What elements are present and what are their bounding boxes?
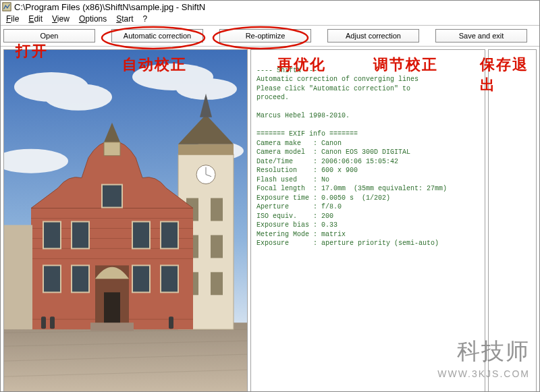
info-banner: ---- ShiftN ----: [256, 67, 321, 74]
exif-row: Flash used : No: [256, 176, 329, 184]
svg-rect-38: [161, 222, 178, 249]
exif-row: Resolution : 600 x 900: [256, 167, 358, 174]
exif-row: Date/Time : 2006:06:06 15:05:42: [256, 158, 398, 165]
menu-start[interactable]: Start: [112, 13, 137, 24]
reoptimize-button[interactable]: Re-optimize: [219, 29, 311, 43]
save-exit-button[interactable]: Save and exit: [435, 29, 527, 43]
menu-options[interactable]: Options: [75, 13, 111, 24]
svg-rect-43: [102, 185, 122, 208]
exif-row: Focal length : 17.0mm (35mm equivalent: …: [256, 185, 447, 192]
svg-rect-45: [104, 292, 120, 326]
info-line: Please click "Automatic correction" to: [256, 85, 410, 92]
svg-rect-39: [43, 265, 61, 292]
open-button[interactable]: Open: [3, 29, 95, 43]
app-icon: [2, 2, 11, 11]
exif-row: Exposure bias : 0.33: [256, 221, 338, 229]
svg-rect-42: [161, 265, 178, 292]
window-title: C:\Program Files (x86)\ShiftN\sample.jpg…: [14, 2, 205, 12]
content-area: ---- ShiftN ---- Automatic correction of…: [1, 47, 539, 392]
menu-view[interactable]: View: [48, 13, 74, 24]
sample-photo: [4, 50, 247, 392]
exif-row: Exposure time : 0.0050 s (1/202): [256, 194, 390, 202]
svg-rect-14: [178, 144, 234, 155]
exif-header: ======= EXIF info =======: [256, 130, 358, 138]
toolbar: Open Automatic correction Re-optimize Ad…: [1, 25, 539, 47]
info-pane: ---- ShiftN ---- Automatic correction of…: [250, 49, 485, 392]
svg-rect-8: [4, 323, 247, 392]
exif-row: Camera model : Canon EOS 300D DIGITAL: [256, 148, 410, 156]
exif-row: Aperture : f/8.0: [256, 203, 342, 211]
svg-rect-36: [72, 222, 89, 249]
svg-rect-47: [41, 316, 46, 329]
svg-rect-40: [72, 265, 89, 292]
svg-rect-35: [43, 222, 61, 249]
info-line: proceed.: [256, 94, 289, 101]
svg-rect-50: [4, 225, 32, 329]
auto-correction-button[interactable]: Automatic correction: [111, 29, 203, 43]
svg-rect-25: [211, 272, 223, 295]
image-pane: [3, 49, 248, 392]
svg-rect-48: [50, 316, 55, 329]
info-line: Automatic correction of converging lines: [256, 76, 418, 83]
svg-rect-23: [211, 235, 223, 258]
menu-file[interactable]: File: [2, 13, 23, 24]
menu-help[interactable]: ?: [139, 13, 152, 24]
svg-rect-41: [132, 265, 150, 292]
svg-point-3: [45, 84, 112, 111]
info-credit: Marcus Hebel 1998-2010.: [256, 112, 350, 119]
svg-rect-21: [211, 198, 223, 221]
exif-row: Camera make : Canon: [256, 140, 342, 147]
exif-row: Exposure : aperture priority (semi-auto): [256, 240, 439, 247]
svg-rect-34: [104, 142, 120, 156]
menu-edit[interactable]: Edit: [24, 13, 47, 24]
exif-row: ISO equiv. : 200: [256, 213, 333, 220]
adjust-correction-button[interactable]: Adjust correction: [327, 29, 419, 43]
app-window: C:\Program Files (x86)\ShiftN\sample.jpg…: [0, 0, 540, 392]
svg-rect-37: [132, 222, 150, 249]
svg-rect-46: [90, 323, 134, 331]
side-strip: [488, 49, 537, 392]
svg-rect-49: [169, 316, 173, 329]
menu-bar: File Edit View Options Start ?: [1, 13, 539, 25]
exif-row: Metering Mode : matrix: [256, 231, 346, 238]
title-bar: C:\Program Files (x86)\ShiftN\sample.jpg…: [1, 1, 539, 13]
